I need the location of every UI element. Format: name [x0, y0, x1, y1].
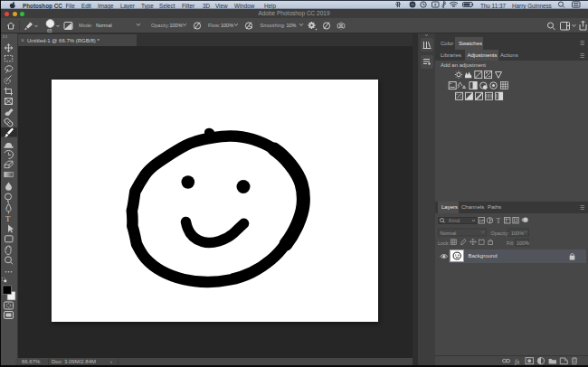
svg-text:100%: 100% [511, 230, 524, 235]
svg-text:Opacity:: Opacity: [491, 230, 510, 235]
svg-text:Opacity:: Opacity: [151, 23, 170, 28]
svg-text:65: 65 [47, 28, 52, 33]
svg-text:Mode:: Mode: [79, 23, 93, 28]
svg-text:T: T [497, 217, 501, 225]
svg-text:Smoothing:: Smoothing: [261, 23, 286, 28]
svg-text:10%: 10% [287, 23, 297, 28]
svg-text:Normal: Normal [441, 230, 457, 235]
svg-text:100%: 100% [170, 23, 183, 28]
svg-text:Normal: Normal [96, 23, 112, 28]
svg-text:100%: 100% [221, 23, 233, 28]
svg-text:Fill:: Fill: [507, 240, 515, 245]
svg-text:T: T [5, 214, 11, 223]
svg-text:Lock:: Lock: [438, 240, 450, 245]
svg-text:100%: 100% [517, 240, 529, 245]
svg-text:fx: fx [515, 358, 520, 366]
svg-text:Flow:: Flow: [208, 23, 221, 28]
